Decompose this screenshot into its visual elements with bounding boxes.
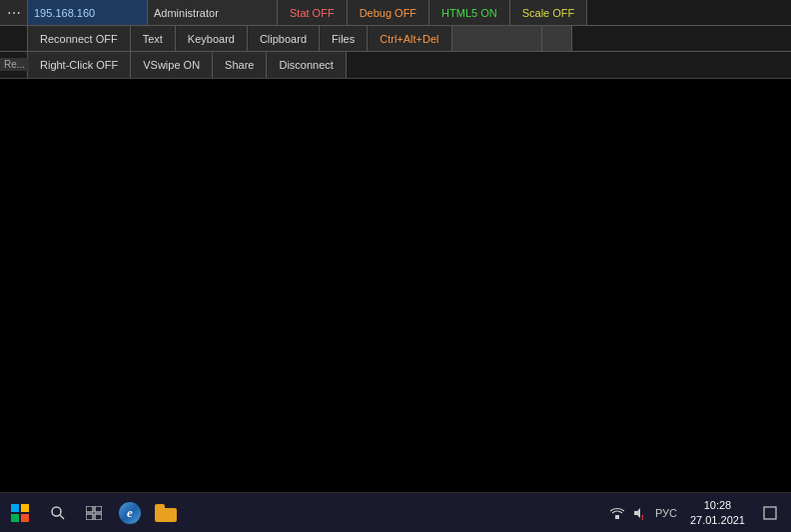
search-button[interactable]	[40, 493, 76, 533]
text-button[interactable]: Text	[131, 26, 176, 51]
svg-rect-1	[21, 504, 29, 512]
time-display: 10:28	[704, 498, 732, 512]
speaker-icon: !	[632, 506, 646, 520]
menu-icon[interactable]: ⋯	[0, 0, 28, 25]
ctrl-alt-del-button[interactable]: Ctrl+Alt+Del	[368, 26, 451, 51]
svg-point-4	[52, 507, 61, 516]
svg-rect-13	[764, 507, 776, 519]
toolbar-row-1: ⋯ 195.168.160 Administrator Stat OFF Deb…	[0, 0, 791, 26]
address-field[interactable]: 195.168.160	[28, 0, 148, 25]
right-click-button[interactable]: Right-Click OFF	[28, 52, 131, 78]
svg-rect-10	[615, 515, 619, 519]
address-value: 195.168.160	[34, 7, 95, 19]
stat-button[interactable]: Stat OFF	[278, 0, 348, 25]
folder-icon	[155, 504, 177, 522]
svg-rect-0	[11, 504, 19, 512]
svg-rect-2	[11, 514, 19, 522]
svg-text:!: !	[641, 513, 644, 520]
svg-rect-8	[86, 514, 93, 520]
date-display: 27.01.2021	[690, 513, 745, 527]
windows-taskbar: e ! РУС 10:28 27.01.2021	[0, 492, 791, 532]
start-button[interactable]	[0, 493, 40, 533]
network-tray-icon[interactable]	[608, 507, 626, 519]
file-explorer-button[interactable]	[148, 493, 184, 533]
toolbar-row-2: Reconnect OFF Text Keyboard Clipboard Fi…	[0, 26, 791, 52]
notifications-button[interactable]	[755, 493, 785, 533]
row2-spacer	[0, 26, 28, 51]
files-button[interactable]: Files	[320, 26, 368, 51]
svg-marker-11	[634, 508, 640, 518]
html5-button[interactable]: HTML5 ON	[429, 0, 510, 25]
search-icon	[50, 505, 66, 521]
reconnect-button[interactable]: Reconnect OFF	[28, 26, 131, 51]
text-input-field[interactable]	[452, 26, 542, 51]
system-tray: ! РУС 10:28 27.01.2021	[602, 493, 791, 533]
language-indicator[interactable]: РУС	[652, 507, 680, 519]
svg-rect-3	[21, 514, 29, 522]
task-view-button[interactable]	[76, 493, 112, 533]
share-button[interactable]: Share	[213, 52, 267, 78]
notifications-icon	[762, 505, 778, 521]
keyboard-button[interactable]: Keyboard	[176, 26, 248, 51]
remote-desktop-area[interactable]	[0, 79, 791, 532]
disconnect-button[interactable]: Disconnect	[267, 52, 346, 78]
network-icon	[610, 507, 624, 519]
task-view-icon	[86, 506, 102, 520]
vswipe-button[interactable]: VSwipe ON	[131, 52, 213, 78]
internet-explorer-button[interactable]: e	[112, 493, 148, 533]
svg-rect-6	[86, 506, 93, 512]
admin-field: Administrator	[148, 0, 278, 25]
svg-rect-9	[95, 514, 102, 520]
clock[interactable]: 10:28 27.01.2021	[684, 498, 751, 527]
reconnect-overlay-label: Re...	[0, 58, 29, 71]
svg-line-5	[60, 515, 64, 519]
svg-rect-7	[95, 506, 102, 512]
toolbar-row-3: Right-Click OFF VSwipe ON Share Disconne…	[0, 52, 791, 78]
clipboard-button[interactable]: Clipboard	[248, 26, 320, 51]
scale-button[interactable]: Scale OFF	[510, 0, 588, 25]
speaker-tray-icon[interactable]: !	[630, 506, 648, 520]
ie-icon: e	[119, 502, 141, 524]
admin-value: Administrator	[154, 7, 219, 19]
windows-logo-icon	[11, 504, 29, 522]
debug-button[interactable]: Debug OFF	[348, 0, 429, 25]
small-input2[interactable]	[542, 26, 572, 51]
